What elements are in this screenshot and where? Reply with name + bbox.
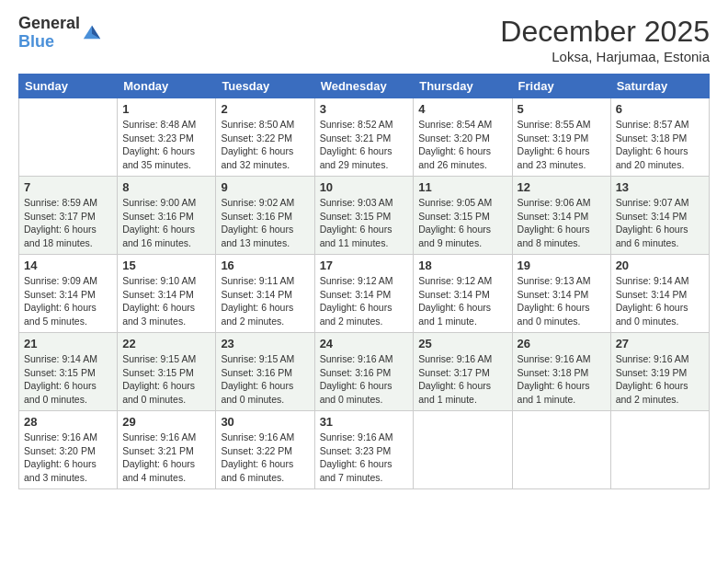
day-info: Sunrise: 8:52 AMSunset: 3:21 PMDaylight:… bbox=[320, 118, 409, 172]
day-number: 18 bbox=[418, 259, 506, 272]
day-number: 10 bbox=[320, 180, 409, 194]
title-area: December 2025 Loksa, Harjumaa, Estonia bbox=[500, 15, 710, 64]
calendar-week-3: 14Sunrise: 9:09 AMSunset: 3:14 PMDayligh… bbox=[19, 255, 710, 333]
day-info: Sunrise: 9:02 AMSunset: 3:16 PMDaylight:… bbox=[221, 196, 309, 250]
day-info: Sunrise: 8:50 AMSunset: 3:22 PMDaylight:… bbox=[221, 118, 309, 172]
day-number: 31 bbox=[320, 415, 409, 429]
calendar-cell: 4Sunrise: 8:54 AMSunset: 3:20 PMDaylight… bbox=[414, 98, 512, 177]
day-number: 11 bbox=[418, 180, 506, 194]
day-number: 5 bbox=[518, 102, 606, 116]
calendar-header: Sunday Monday Tuesday Wednesday Thursday… bbox=[19, 75, 710, 98]
day-info: Sunrise: 9:16 AMSunset: 3:19 PMDaylight:… bbox=[616, 352, 704, 407]
day-info: Sunrise: 9:16 AMSunset: 3:20 PMDaylight:… bbox=[24, 431, 112, 485]
day-info: Sunrise: 9:12 AMSunset: 3:14 PMDaylight:… bbox=[418, 274, 506, 328]
calendar-body: 1Sunrise: 8:48 AMSunset: 3:23 PMDaylight… bbox=[19, 98, 710, 489]
day-number: 24 bbox=[320, 337, 409, 350]
day-number: 8 bbox=[122, 180, 210, 194]
day-number: 21 bbox=[24, 337, 112, 350]
calendar-cell: 10Sunrise: 9:03 AMSunset: 3:15 PMDayligh… bbox=[314, 177, 414, 255]
calendar-cell: 31Sunrise: 9:16 AMSunset: 3:23 PMDayligh… bbox=[314, 411, 414, 489]
calendar-cell: 6Sunrise: 8:57 AMSunset: 3:18 PMDaylight… bbox=[610, 98, 709, 177]
day-info: Sunrise: 9:16 AMSunset: 3:23 PMDaylight:… bbox=[320, 431, 409, 485]
day-info: Sunrise: 9:06 AMSunset: 3:14 PMDaylight:… bbox=[518, 196, 606, 250]
day-number: 17 bbox=[320, 259, 409, 272]
calendar-cell: 27Sunrise: 9:16 AMSunset: 3:19 PMDayligh… bbox=[610, 333, 709, 411]
day-info: Sunrise: 9:05 AMSunset: 3:15 PMDaylight:… bbox=[418, 196, 506, 250]
calendar-cell: 29Sunrise: 9:16 AMSunset: 3:21 PMDayligh… bbox=[118, 411, 216, 489]
calendar-table: Sunday Monday Tuesday Wednesday Thursday… bbox=[18, 74, 710, 489]
day-number: 14 bbox=[24, 259, 112, 272]
day-info: Sunrise: 9:09 AMSunset: 3:14 PMDaylight:… bbox=[24, 274, 112, 328]
day-number: 2 bbox=[221, 102, 309, 116]
calendar-cell: 1Sunrise: 8:48 AMSunset: 3:23 PMDaylight… bbox=[118, 98, 216, 177]
calendar-cell: 20Sunrise: 9:14 AMSunset: 3:14 PMDayligh… bbox=[610, 255, 709, 333]
calendar-cell: 28Sunrise: 9:16 AMSunset: 3:20 PMDayligh… bbox=[19, 411, 118, 489]
calendar-cell bbox=[610, 411, 709, 489]
calendar-cell: 5Sunrise: 8:55 AMSunset: 3:19 PMDaylight… bbox=[512, 98, 610, 177]
day-info: Sunrise: 9:10 AMSunset: 3:14 PMDaylight:… bbox=[122, 274, 210, 328]
col-monday: Monday bbox=[118, 75, 216, 98]
day-info: Sunrise: 9:14 AMSunset: 3:15 PMDaylight:… bbox=[24, 352, 112, 407]
day-info: Sunrise: 9:16 AMSunset: 3:16 PMDaylight:… bbox=[320, 352, 409, 407]
logo: General Blue bbox=[18, 15, 102, 52]
calendar-cell bbox=[512, 411, 610, 489]
col-sunday: Sunday bbox=[19, 75, 118, 98]
day-number: 1 bbox=[122, 102, 210, 116]
day-info: Sunrise: 9:11 AMSunset: 3:14 PMDaylight:… bbox=[221, 274, 309, 328]
calendar-week-1: 1Sunrise: 8:48 AMSunset: 3:23 PMDaylight… bbox=[19, 98, 710, 177]
calendar-cell: 17Sunrise: 9:12 AMSunset: 3:14 PMDayligh… bbox=[314, 255, 414, 333]
day-number: 28 bbox=[24, 415, 112, 429]
day-number: 25 bbox=[418, 337, 506, 350]
calendar-cell: 13Sunrise: 9:07 AMSunset: 3:14 PMDayligh… bbox=[610, 177, 709, 255]
calendar-cell: 8Sunrise: 9:00 AMSunset: 3:16 PMDaylight… bbox=[118, 177, 216, 255]
day-number: 26 bbox=[518, 337, 606, 350]
calendar-cell: 23Sunrise: 9:15 AMSunset: 3:16 PMDayligh… bbox=[216, 333, 314, 411]
logo-line2: Blue bbox=[18, 33, 80, 52]
day-info: Sunrise: 9:16 AMSunset: 3:17 PMDaylight:… bbox=[418, 352, 506, 407]
calendar-cell: 14Sunrise: 9:09 AMSunset: 3:14 PMDayligh… bbox=[19, 255, 118, 333]
day-info: Sunrise: 9:13 AMSunset: 3:14 PMDaylight:… bbox=[518, 274, 606, 328]
calendar-cell: 2Sunrise: 8:50 AMSunset: 3:22 PMDaylight… bbox=[216, 98, 314, 177]
day-number: 4 bbox=[418, 102, 506, 116]
day-info: Sunrise: 9:15 AMSunset: 3:15 PMDaylight:… bbox=[122, 352, 210, 407]
day-info: Sunrise: 9:00 AMSunset: 3:16 PMDaylight:… bbox=[122, 196, 210, 250]
header-row: Sunday Monday Tuesday Wednesday Thursday… bbox=[19, 75, 710, 98]
logo-icon bbox=[82, 22, 102, 42]
day-info: Sunrise: 8:59 AMSunset: 3:17 PMDaylight:… bbox=[24, 196, 112, 250]
col-tuesday: Tuesday bbox=[216, 75, 314, 98]
day-number: 3 bbox=[320, 102, 409, 116]
col-saturday: Saturday bbox=[610, 75, 709, 98]
calendar-cell bbox=[19, 98, 118, 177]
col-thursday: Thursday bbox=[414, 75, 512, 98]
day-info: Sunrise: 9:12 AMSunset: 3:14 PMDaylight:… bbox=[320, 274, 409, 328]
day-number: 13 bbox=[616, 180, 704, 194]
col-wednesday: Wednesday bbox=[314, 75, 414, 98]
col-friday: Friday bbox=[512, 75, 610, 98]
month-title: December 2025 bbox=[500, 15, 710, 49]
day-info: Sunrise: 9:14 AMSunset: 3:14 PMDaylight:… bbox=[616, 274, 704, 328]
day-number: 29 bbox=[122, 415, 210, 429]
calendar-cell: 21Sunrise: 9:14 AMSunset: 3:15 PMDayligh… bbox=[19, 333, 118, 411]
day-info: Sunrise: 8:48 AMSunset: 3:23 PMDaylight:… bbox=[122, 118, 210, 172]
day-number: 6 bbox=[616, 102, 704, 116]
calendar-cell: 3Sunrise: 8:52 AMSunset: 3:21 PMDaylight… bbox=[314, 98, 414, 177]
calendar-cell: 19Sunrise: 9:13 AMSunset: 3:14 PMDayligh… bbox=[512, 255, 610, 333]
day-info: Sunrise: 8:55 AMSunset: 3:19 PMDaylight:… bbox=[518, 118, 606, 172]
calendar-cell bbox=[414, 411, 512, 489]
day-number: 30 bbox=[221, 415, 309, 429]
calendar-cell: 25Sunrise: 9:16 AMSunset: 3:17 PMDayligh… bbox=[414, 333, 512, 411]
logo-line1: General bbox=[18, 15, 80, 33]
calendar-cell: 26Sunrise: 9:16 AMSunset: 3:18 PMDayligh… bbox=[512, 333, 610, 411]
calendar-cell: 18Sunrise: 9:12 AMSunset: 3:14 PMDayligh… bbox=[414, 255, 512, 333]
calendar-week-2: 7Sunrise: 8:59 AMSunset: 3:17 PMDaylight… bbox=[19, 177, 710, 255]
logo-text: General Blue bbox=[18, 15, 80, 52]
calendar-cell: 12Sunrise: 9:06 AMSunset: 3:14 PMDayligh… bbox=[512, 177, 610, 255]
calendar-cell: 9Sunrise: 9:02 AMSunset: 3:16 PMDaylight… bbox=[216, 177, 314, 255]
day-info: Sunrise: 8:54 AMSunset: 3:20 PMDaylight:… bbox=[418, 118, 506, 172]
day-number: 12 bbox=[518, 180, 606, 194]
day-number: 23 bbox=[221, 337, 309, 350]
day-number: 22 bbox=[122, 337, 210, 350]
day-number: 20 bbox=[616, 259, 704, 272]
location: Loksa, Harjumaa, Estonia bbox=[500, 49, 710, 64]
day-number: 16 bbox=[221, 259, 309, 272]
